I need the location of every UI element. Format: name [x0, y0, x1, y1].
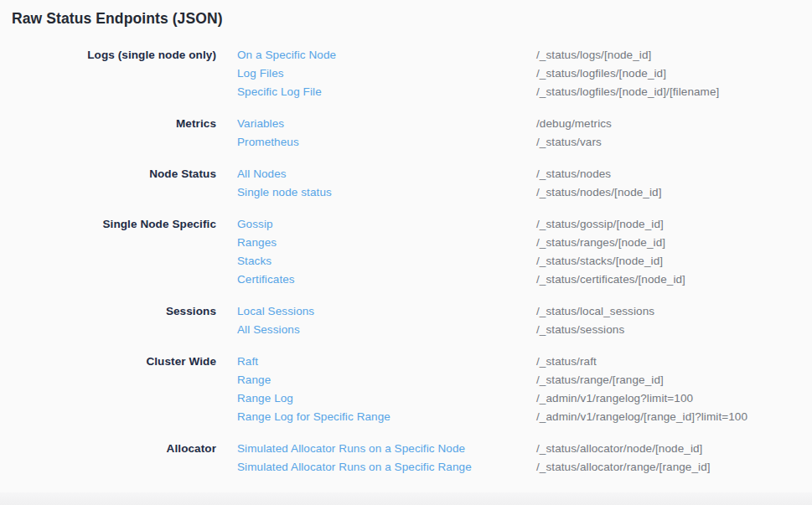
endpoint-path: /_status/certificates/[node_id]	[536, 271, 812, 289]
endpoint-path: /_status/ranges/[node_id]	[536, 234, 812, 252]
endpoint-path: /_status/range/[range_id]	[536, 371, 812, 389]
endpoint-path: /_status/sessions	[536, 321, 812, 339]
endpoint-path: /_admin/v1/rangelog?limit=100	[536, 389, 812, 408]
endpoint-path-column: /_status/nodes /_status/nodes/[node_id]	[536, 165, 812, 202]
endpoint-link-column: Raft Range Range Log Range Log for Speci…	[237, 353, 515, 426]
endpoint-group-category: Metrics	[0, 115, 216, 152]
endpoint-path-column: /_status/gossip/[node_id] /_status/range…	[536, 215, 812, 289]
endpoint-group-category: Logs (single node only)	[0, 46, 216, 101]
endpoint-group-category: Allocator	[0, 440, 216, 477]
endpoint-link[interactable]: Ranges	[237, 234, 277, 252]
endpoint-link[interactable]: Single node status	[237, 183, 332, 202]
endpoint-link-column: Local Sessions All Sessions	[237, 302, 515, 339]
endpoint-group-category: Node Status	[0, 165, 216, 202]
endpoint-path-column: /_status/local_sessions /_status/session…	[536, 302, 812, 339]
endpoint-path: /_status/raft	[536, 353, 812, 371]
endpoint-link[interactable]: Specific Log File	[237, 83, 322, 101]
endpoint-link[interactable]: Local Sessions	[237, 302, 314, 321]
raw-status-endpoints-page: Raw Status Endpoints (JSON) Logs (single…	[0, 0, 812, 505]
endpoint-path: /debug/metrics	[536, 115, 812, 133]
endpoint-path: /_status/local_sessions	[536, 302, 812, 321]
endpoint-path-column: /debug/metrics /_status/vars	[536, 115, 812, 152]
endpoint-link[interactable]: Gossip	[237, 215, 273, 234]
page-title: Raw Status Endpoints (JSON)	[12, 10, 223, 28]
endpoint-group: Allocator Simulated Allocator Runs on a …	[0, 440, 812, 477]
footer-band	[0, 492, 812, 505]
endpoint-path: /_status/allocator/node/[node_id]	[536, 440, 812, 458]
endpoint-path: /_status/allocator/range/[range_id]	[536, 458, 812, 477]
endpoint-group: Node Status All Nodes Single node status…	[0, 165, 812, 202]
endpoint-link-column: Gossip Ranges Stacks Certificates	[237, 215, 515, 289]
endpoint-group-category: Single Node Specific	[0, 215, 216, 289]
endpoint-link[interactable]: On a Specific Node	[237, 46, 336, 64]
endpoint-table: Logs (single node only) On a Specific No…	[0, 46, 812, 490]
endpoint-path: /_admin/v1/rangelog/[range_id]?limit=100	[536, 408, 812, 426]
endpoint-group: Metrics Variables Prometheus /debug/metr…	[0, 115, 812, 152]
endpoint-link[interactable]: Raft	[237, 353, 258, 371]
endpoint-path: /_status/vars	[536, 133, 812, 152]
endpoint-group: Logs (single node only) On a Specific No…	[0, 46, 812, 101]
endpoint-path: /_status/stacks/[node_id]	[536, 252, 812, 271]
endpoint-link[interactable]: Stacks	[237, 252, 272, 271]
endpoint-path: /_status/logs/[node_id]	[536, 46, 812, 64]
endpoint-link[interactable]: Log Files	[237, 64, 284, 83]
endpoint-link[interactable]: All Sessions	[237, 321, 300, 339]
endpoint-group-category: Sessions	[0, 302, 216, 339]
endpoint-link[interactable]: All Nodes	[237, 165, 287, 183]
endpoint-path: /_status/nodes/[node_id]	[536, 183, 812, 202]
endpoint-group: Cluster Wide Raft Range Range Log Range …	[0, 353, 812, 426]
endpoint-link-column: All Nodes Single node status	[237, 165, 515, 202]
endpoint-path-column: /_status/allocator/node/[node_id] /_stat…	[536, 440, 812, 477]
endpoint-group-category: Cluster Wide	[0, 353, 216, 426]
endpoint-link[interactable]: Prometheus	[237, 133, 299, 152]
endpoint-link[interactable]: Simulated Allocator Runs on a Specific N…	[237, 440, 465, 458]
endpoint-path-column: /_status/raft /_status/range/[range_id] …	[536, 353, 812, 426]
endpoint-link[interactable]: Range Log for Specific Range	[237, 408, 390, 426]
endpoint-link[interactable]: Certificates	[237, 271, 295, 289]
endpoint-path-column: /_status/logs/[node_id] /_status/logfile…	[536, 46, 812, 101]
endpoint-path: /_status/gossip/[node_id]	[536, 215, 812, 234]
endpoint-path: /_status/nodes	[536, 165, 812, 183]
endpoint-link-column: Simulated Allocator Runs on a Specific N…	[237, 440, 515, 477]
endpoint-link[interactable]: Range Log	[237, 389, 293, 408]
endpoint-link-column: On a Specific Node Log Files Specific Lo…	[237, 46, 515, 101]
endpoint-link[interactable]: Simulated Allocator Runs on a Specific R…	[237, 458, 472, 477]
endpoint-path: /_status/logfiles/[node_id]	[536, 64, 812, 83]
endpoint-group: Sessions Local Sessions All Sessions /_s…	[0, 302, 812, 339]
endpoint-path: /_status/logfiles/[node_id]/[filename]	[536, 83, 812, 101]
endpoint-group: Single Node Specific Gossip Ranges Stack…	[0, 215, 812, 289]
endpoint-link-column: Variables Prometheus	[237, 115, 515, 152]
endpoint-link[interactable]: Range	[237, 371, 271, 389]
endpoint-link[interactable]: Variables	[237, 115, 284, 133]
